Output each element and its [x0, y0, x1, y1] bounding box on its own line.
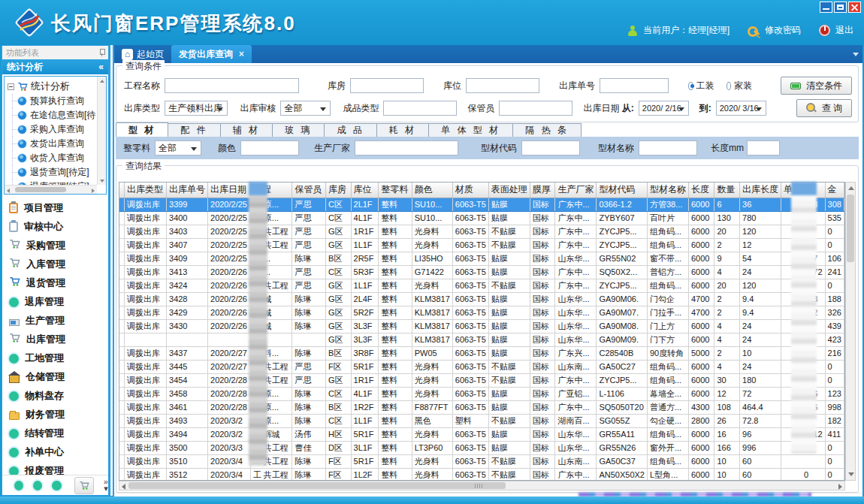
close-button[interactable]: [848, 2, 861, 13]
tab-overflow-icon[interactable]: [853, 53, 859, 56]
pin-icon[interactable]: [99, 49, 104, 56]
column-header[interactable]: 保管员: [292, 183, 325, 198]
keeper-input[interactable]: [499, 101, 572, 116]
tree-horizontal-scrollbar[interactable]: [5, 185, 97, 194]
table-row[interactable]: 调拨出库33992020/2/25华 原...严思C区2L1F整料SU10...…: [119, 198, 844, 211]
sidebar-menu-item[interactable]: 工地管理: [2, 349, 108, 367]
table-row[interactable]: 调拨出库35002020/3/3工 共工程曹佳D区3L1F整料LT3P60606…: [119, 441, 844, 454]
dot-icon[interactable]: [33, 481, 42, 490]
order-no-input[interactable]: [600, 78, 669, 93]
dot-icon[interactable]: [14, 481, 23, 490]
table-row[interactable]: 调拨出库34942020/3/2石 辉城汤伟H区5R1F整料光身料6063-T5…: [119, 427, 844, 441]
minimize-button[interactable]: [820, 2, 832, 13]
maximize-button[interactable]: [834, 2, 847, 13]
location-input[interactable]: [466, 78, 539, 93]
table-row[interactable]: 调拨出库34002020/2/25华 原...严思C区4L1F整料SU10...…: [119, 211, 844, 225]
table-row[interactable]: 调拨出库34032020/2/25工 共工程严思G区1R1F整料光身料6063-…: [119, 225, 844, 238]
sidebar-overflow-button[interactable]: »▾: [104, 478, 108, 492]
table-row[interactable]: 调拨出库34542020/2/28工 共工程严思G区1R1F整料光身料6063-…: [119, 373, 844, 387]
tab-shipping-query[interactable]: 发货出库查询 ×: [171, 45, 252, 63]
column-header[interactable]: 生产厂家: [555, 183, 597, 198]
vertical-scrollbar[interactable]: [845, 182, 856, 481]
column-header[interactable]: 长度: [688, 183, 714, 198]
sidebar-menu-item[interactable]: 补单中心: [2, 442, 108, 461]
table-row[interactable]: 调拨出库35102020/3/4工 共工程陈琳F区5R1F整料光身料6063-T…: [119, 454, 844, 468]
tree-item[interactable]: 退货查询[待定]: [8, 165, 106, 180]
sidebar-menu-item[interactable]: 采购管理: [2, 236, 108, 255]
column-header[interactable]: 数量: [714, 183, 740, 198]
project-name-input[interactable]: [165, 78, 299, 93]
table-row[interactable]: 调拨出库34582020/2/28华 原...陈琳C区4L1F整料光身料6063…: [119, 387, 844, 400]
clear-conditions-button[interactable]: 清空条件: [781, 77, 852, 95]
sidebar-menu-item[interactable]: 仓储管理: [2, 367, 108, 386]
table-row[interactable]: 调拨出库34092020/2/25长 ...陈琳B区2R5F整料LI35HO60…: [119, 252, 844, 265]
cart-footer-button[interactable]: [74, 477, 94, 494]
sidebar-menu-item[interactable]: 生产管理: [2, 311, 108, 330]
material-tab[interactable]: 隔 热 条: [513, 123, 582, 137]
table-row[interactable]: 调拨出库34452020/2/27工 共工程严思F区5R1F整料光身料6063-…: [119, 360, 844, 373]
material-tab[interactable]: 玻 璃: [273, 123, 325, 137]
column-header[interactable]: 材质: [452, 183, 488, 198]
sidebar-menu-item[interactable]: 项目管理: [2, 198, 108, 217]
tree-item[interactable]: 采购入库查询: [8, 122, 106, 137]
jiazhuang-radio[interactable]: [727, 82, 732, 90]
tree-item[interactable]: 收货入库查询: [8, 151, 106, 165]
material-tab[interactable]: 成 品: [325, 123, 376, 137]
tree-item[interactable]: 发货出库查询: [8, 137, 106, 151]
change-password-link[interactable]: 修改密码: [765, 24, 801, 37]
tree-vertical-scrollbar[interactable]: [97, 77, 106, 185]
length-input[interactable]: [747, 140, 780, 155]
statistics-section-header[interactable]: 统计分析 «: [2, 59, 108, 74]
column-header[interactable]: 金: [825, 183, 844, 198]
logout-link[interactable]: 退出: [835, 24, 853, 37]
column-header[interactable]: 出库单号: [167, 183, 208, 198]
column-header[interactable]: 库位: [351, 183, 379, 198]
sidebar-menu-item[interactable]: 退货管理: [2, 273, 108, 292]
table-row[interactable]: 调拨出库34072020/2/25工 共工程严思G区1L1F整料光身料6063-…: [119, 238, 844, 252]
sidebar-menu-item[interactable]: 物料盘存: [2, 386, 108, 405]
part-select[interactable]: 全部: [155, 140, 201, 155]
tree-expand-icon[interactable]: [8, 83, 14, 90]
name-input[interactable]: [639, 140, 697, 155]
sidebar-splitter[interactable]: [109, 45, 114, 496]
column-header[interactable]: 库房: [325, 183, 351, 198]
tree-item[interactable]: 在途信息查询[待: [8, 108, 106, 122]
audit-select[interactable]: 全部: [280, 101, 331, 116]
column-header[interactable]: 表面处理: [488, 183, 530, 198]
code-input[interactable]: [521, 140, 580, 155]
outbound-type-select[interactable]: 生产领料出库: [165, 101, 228, 116]
column-header[interactable]: 出库日期: [208, 183, 251, 198]
table-row[interactable]: 调拨出库34612020/2/28华 原...陈琳B区1R2F整料F8877FT…: [119, 400, 844, 414]
material-tab[interactable]: 型 材: [116, 122, 168, 137]
color-input[interactable]: [240, 140, 299, 155]
column-header[interactable]: 出库类型: [125, 183, 167, 198]
gongzhuang-radio[interactable]: [688, 82, 693, 90]
table-row[interactable]: 调拨出库34302020/2/26石 城陈琳G区3L3F整料KLM3817606…: [119, 319, 844, 333]
material-tab[interactable]: 配 件: [168, 123, 220, 137]
tree-item[interactable]: 预算执行查询: [8, 94, 106, 108]
material-tab[interactable]: 单 体 型 材: [429, 123, 513, 137]
column-header[interactable]: 颜色: [412, 183, 452, 198]
product-type-input[interactable]: [383, 101, 457, 116]
date-to-select[interactable]: 2020/ 3/16: [716, 101, 766, 116]
warehouse-input[interactable]: [350, 78, 424, 93]
search-button[interactable]: 查 询: [796, 99, 852, 117]
tab-close-icon[interactable]: ×: [239, 49, 244, 59]
table-row[interactable]: 调拨出库34132020/2/26南 ...严思C区5R3F整料G7142260…: [119, 265, 844, 279]
column-header[interactable]: 型材代码: [597, 183, 648, 198]
table-row[interactable]: 调拨出库34242020/2/26工 共工程严思G区1L1F整料光身料6063-…: [119, 279, 844, 292]
tree-root-statistics[interactable]: 统计分析: [8, 79, 106, 94]
table-row[interactable]: 调拨出库34372020/2/27佛 料...陈琳B区3R8F整料PW05606…: [119, 346, 844, 360]
table-row[interactable]: 调拨出库34932020/3/2华 原...陈琳C区1L1F整料黑色塑料不贴膜国…: [119, 414, 844, 427]
column-header[interactable]: 整零料: [379, 183, 412, 198]
sidebar-menu-item[interactable]: 入库管理: [2, 255, 108, 273]
sidebar-menu-item[interactable]: 财务管理: [2, 405, 108, 424]
sidebar-menu-item[interactable]: 退库管理: [2, 292, 108, 311]
material-tab[interactable]: 辅 材: [221, 123, 273, 137]
sidebar-menu-item[interactable]: 结转管理: [2, 424, 108, 442]
maker-input[interactable]: [355, 140, 458, 155]
horizontal-scrollbar[interactable]: [119, 481, 845, 490]
table-row[interactable]: 调拨出库34292020/2/26石 城陈琳G区5R2F整料KLM3817606…: [119, 306, 844, 319]
column-header[interactable]: 出库长度: [740, 183, 781, 198]
table-row[interactable]: G区3L3F整料KLM38176063-T5贴膜国标山东华...GA90M09.…: [119, 333, 844, 346]
